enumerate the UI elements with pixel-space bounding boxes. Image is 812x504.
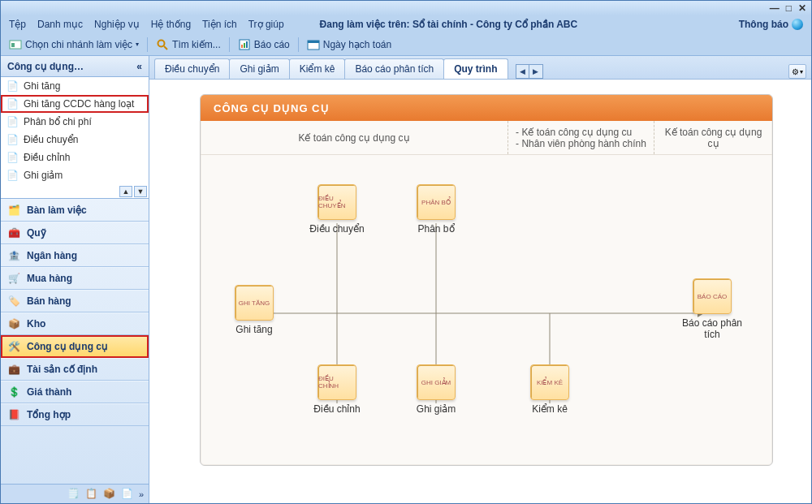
- nav-tai-san-co-dinh[interactable]: 💼Tài sản cố định: [1, 358, 149, 381]
- tab-kiem-ke[interactable]: Kiểm kê: [289, 58, 346, 79]
- sidebar-title: Công cụ dụng…: [7, 61, 84, 72]
- node-dieu-chinh[interactable]: ĐIỀU CHỈNH Điều chỉnh: [303, 364, 371, 415]
- globe-icon: [792, 19, 803, 30]
- working-context: Đang làm việc trên: Sổ tài chính - Công …: [320, 19, 578, 30]
- menubar: Tệp Danh mục Nghiệp vụ Hệ thống Tiện ích…: [1, 15, 811, 33]
- chevron-down-icon: ▾: [136, 41, 139, 48]
- footer-icon-2[interactable]: 📋: [85, 488, 98, 501]
- tab-pager: ◀ ▶: [516, 64, 543, 79]
- nav-gia-thanh[interactable]: 💲Giá thành: [1, 381, 149, 403]
- doc-icon: 📄: [6, 169, 19, 182]
- cart-icon: 🛒: [7, 272, 20, 285]
- footer-icon-4[interactable]: 📄: [121, 488, 134, 501]
- footer-icon-1[interactable]: 🗒️: [67, 488, 80, 501]
- nav-mua-hang[interactable]: 🛒Mua hàng: [1, 267, 149, 290]
- svg-rect-1: [11, 43, 15, 47]
- scroll-down-button[interactable]: ▼: [134, 186, 147, 197]
- svg-point-2: [158, 40, 165, 46]
- nav-kho[interactable]: 📦Kho: [1, 312, 149, 335]
- ghi-giam-icon: GHI GIẢM: [417, 364, 456, 400]
- panel-body: GHI TĂNG Ghi tăng ĐIỀU CHUYỂN Điều chuyể…: [201, 155, 772, 465]
- svg-rect-7: [246, 41, 248, 48]
- search-button[interactable]: Tìm kiếm...: [156, 38, 221, 51]
- sidebar-item-dieu-chinh[interactable]: 📄Điều chỉnh: [1, 149, 149, 166]
- notify-label[interactable]: Thông báo: [739, 19, 788, 30]
- svg-rect-9: [308, 41, 319, 43]
- report-button[interactable]: Báo cáo: [238, 38, 290, 51]
- process-panel: CÔNG CỤ DỤNG CỤ Kế toán công cụ dụng cụ …: [200, 94, 773, 466]
- menu-danh-muc[interactable]: Danh mục: [37, 19, 83, 30]
- nav-cong-cu-dung-cu[interactable]: 🛠️Công cụ dụng cụ: [1, 335, 149, 358]
- minimize-button[interactable]: —: [770, 2, 780, 14]
- sidebar-action-list: 📄Ghi tăng 📄Ghi tăng CCDC hàng loạt 📄Phân…: [1, 77, 149, 199]
- panel-columns: Kế toán công cụ dụng cụ - Kế toán công c…: [201, 121, 772, 155]
- tab-prev-button[interactable]: ◀: [516, 65, 529, 78]
- tab-next-button[interactable]: ▶: [529, 65, 542, 78]
- sidebar-item-dieu-chuyen[interactable]: 📄Điều chuyển: [1, 131, 149, 149]
- sidebar-item-ghi-giam[interactable]: 📄Ghi giảm: [1, 166, 149, 184]
- nav-quy[interactable]: 🧰Quỹ: [1, 222, 149, 244]
- svg-rect-6: [244, 43, 245, 48]
- node-kiem-ke[interactable]: KIỂM KÊ Kiểm kê: [516, 364, 584, 415]
- sidebar-item-ghi-tang[interactable]: 📄Ghi tăng: [1, 77, 149, 95]
- col-2: - Kế toán công cụ dụng cu - Nhân viên ph…: [508, 121, 654, 154]
- menu-nghiep-vu[interactable]: Nghiệp vụ: [94, 19, 140, 30]
- gear-icon: ⚙: [792, 67, 799, 76]
- sidebar: Công cụ dụng… « 📄Ghi tăng 📄Ghi tăng CCDC…: [1, 56, 149, 503]
- sidebar-item-ghi-tang-hang-loat[interactable]: 📄Ghi tăng CCDC hàng loạt: [1, 95, 149, 113]
- sidebar-collapse-button[interactable]: «: [136, 61, 142, 72]
- tool-icon: 🛠️: [7, 340, 20, 353]
- tab-bao-cao-phan-tich[interactable]: Báo cáo phân tích: [344, 58, 444, 79]
- footer-expand-button[interactable]: »: [139, 489, 144, 499]
- menu-tien-ich[interactable]: Tiện ích: [202, 19, 237, 30]
- calendar-icon: [307, 38, 320, 51]
- bank-icon: 🏦: [7, 249, 20, 262]
- nav-ngan-hang[interactable]: 🏦Ngân hàng: [1, 244, 149, 267]
- dieu-chinh-icon: ĐIỀU CHỈNH: [317, 364, 356, 400]
- search-icon: [156, 38, 169, 51]
- col-3: Kế toán công cụ dụng cụ: [654, 121, 772, 154]
- node-bao-cao[interactable]: BÁO CÁO Báo cáo phân tích: [673, 278, 751, 341]
- tab-ghi-giam[interactable]: Ghi giảm: [229, 58, 289, 79]
- menu-tro-giup[interactable]: Trợ giúp: [248, 19, 284, 30]
- phan-bo-icon: PHÂN BỔ: [417, 184, 456, 220]
- panel-title: CÔNG CỤ DỤNG CỤ: [201, 95, 772, 121]
- svg-rect-5: [241, 45, 243, 48]
- kiem-ke-icon: KIỂM KÊ: [530, 364, 569, 400]
- close-button[interactable]: ✕: [798, 2, 806, 14]
- maximize-button[interactable]: □: [786, 2, 792, 14]
- sidebar-item-phan-bo[interactable]: 📄Phân bổ chi phí: [1, 113, 149, 131]
- scroll-up-button[interactable]: ▲: [119, 186, 132, 197]
- branch-icon: [9, 38, 22, 51]
- tabs: Điều chuyển Ghi giảm Kiểm kê Báo cáo phâ…: [149, 56, 811, 79]
- node-dieu-chuyen[interactable]: ĐIỀU CHUYỂN Điều chuyển: [303, 184, 371, 235]
- window-titlebar: — □ ✕: [1, 1, 811, 15]
- node-ghi-giam[interactable]: GHI GIẢM Ghi giảm: [402, 364, 470, 415]
- choose-branch-button[interactable]: Chọn chi nhánh làm việc ▾: [9, 38, 139, 51]
- node-phan-bo[interactable]: PHÂN BỔ Phân bổ: [402, 184, 470, 235]
- tab-quy-trinh[interactable]: Quy trình: [443, 58, 508, 79]
- tab-dieu-chuyen[interactable]: Điều chuyển: [154, 58, 230, 79]
- menu-he-thong[interactable]: Hệ thống: [151, 19, 191, 30]
- sidebar-header: Công cụ dụng… «: [1, 56, 149, 77]
- desk-icon: 🗂️: [7, 204, 20, 217]
- toolbar: Chọn chi nhánh làm việc ▾ Tìm kiếm... Bá…: [1, 33, 811, 56]
- col-1: Kế toán công cụ dụng cụ: [201, 121, 508, 154]
- menu-tep[interactable]: Tệp: [9, 19, 26, 30]
- accounting-date-button[interactable]: Ngày hạch toán: [307, 38, 391, 51]
- doc-icon: 📄: [6, 80, 19, 93]
- node-ghi-tang[interactable]: GHI TĂNG Ghi tăng: [220, 285, 288, 335]
- nav-ban-hang[interactable]: 🏷️Bán hàng: [1, 290, 149, 312]
- report-icon: [238, 38, 251, 51]
- sidebar-footer: 🗒️ 📋 📦 📄 »: [1, 484, 149, 503]
- box-icon: 📦: [7, 317, 20, 330]
- ledger-icon: 📕: [7, 408, 20, 421]
- tab-settings-button[interactable]: ⚙▾: [788, 64, 806, 79]
- asset-icon: 💼: [7, 363, 20, 376]
- nav-ban-lam-viec[interactable]: 🗂️Bàn làm việc: [1, 199, 149, 222]
- content: Điều chuyển Ghi giảm Kiểm kê Báo cáo phâ…: [149, 56, 811, 503]
- footer-icon-3[interactable]: 📦: [103, 488, 116, 501]
- canvas: CÔNG CỤ DỤNG CỤ Kế toán công cụ dụng cụ …: [149, 79, 811, 503]
- nav-tong-hop[interactable]: 📕Tổng hợp: [1, 403, 149, 426]
- doc-icon: 📄: [6, 151, 19, 164]
